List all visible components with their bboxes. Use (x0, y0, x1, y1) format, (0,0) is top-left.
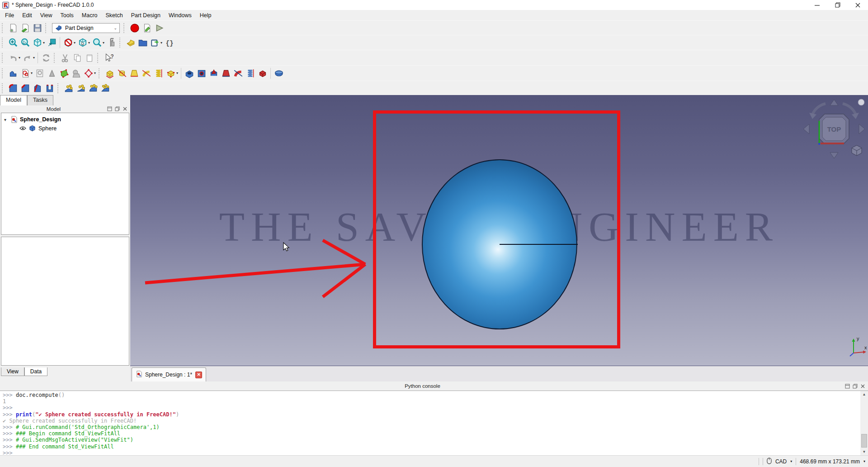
dock-icon[interactable] (107, 106, 112, 111)
chevron-down-icon[interactable]: ▾ (160, 41, 162, 45)
chevron-down-icon[interactable]: ▾ (103, 41, 104, 45)
chevron-down-icon[interactable]: ▾ (19, 56, 20, 60)
dock-icon[interactable] (845, 384, 850, 389)
toolbar-grip[interactable] (2, 68, 5, 78)
toolbar-button-pd-pad[interactable] (104, 67, 116, 80)
toolbar-button-pd-boolean[interactable] (273, 67, 285, 80)
toolbar-grip[interactable] (119, 38, 123, 48)
toolbar-button-pd-datum-point[interactable]: ▾ (82, 67, 97, 80)
toolbar-button-pd-pocket[interactable] (183, 67, 195, 80)
toolbar-button-edit-macro[interactable] (141, 22, 153, 34)
toolbar-button-pd-map-sketch[interactable] (33, 67, 46, 80)
toolbar-button-refresh[interactable] (40, 52, 52, 64)
nav-style-label[interactable]: CAD (775, 458, 787, 465)
chevron-down-icon[interactable]: ▾ (43, 41, 45, 45)
toolbar-button-pd-shapebinder[interactable] (58, 67, 70, 80)
scroll-up-icon[interactable]: ▲ (860, 391, 868, 398)
tab-view[interactable]: View (1, 367, 24, 376)
chevron-down-icon[interactable]: ▾ (88, 41, 90, 45)
visibility-eye-icon[interactable] (19, 125, 27, 132)
toolbar-button-view-select[interactable]: ▾ (76, 36, 91, 49)
restore-button[interactable] (827, 0, 848, 10)
toolbar-button-measure[interactable] (105, 36, 118, 49)
toolbar-button-pd-hole[interactable] (195, 67, 208, 80)
document-tab[interactable]: Sphere_Design : 1* ✕ (132, 367, 206, 381)
menu-item-sketch[interactable]: Sketch (102, 11, 127, 20)
menu-item-view[interactable]: View (36, 11, 57, 20)
toolbar-button-whats-this[interactable]: ? (102, 52, 114, 64)
tab-data[interactable]: Data (24, 367, 47, 376)
toolbar-grip[interactable] (97, 53, 101, 63)
toolbar-button-pd-mirror[interactable] (62, 82, 75, 95)
console-scrollbar[interactable]: ▲ ▼ (860, 391, 868, 455)
toolbar-button-macro-braces[interactable]: {} (163, 36, 175, 49)
toolbar-button-redo[interactable]: ▾ (21, 52, 36, 64)
toolbar-button-pd-polar-pattern[interactable] (87, 82, 99, 95)
toolbar-button-part[interactable] (124, 36, 137, 49)
toolbar-button-pd-thickness[interactable] (43, 82, 56, 95)
toolbar-button-pd-multitransform[interactable] (99, 82, 111, 95)
toolbar-button-zoom[interactable]: ▾ (91, 36, 105, 49)
toolbar-grip[interactable] (45, 23, 49, 33)
toolbar-grip[interactable] (2, 83, 5, 93)
toolbar-button-pd-sketch[interactable]: ▾ (19, 67, 33, 80)
toolbar-button-view-isometric[interactable]: ▾ (31, 36, 46, 49)
menu-item-file[interactable]: File (1, 11, 18, 20)
toolbar-button-zoom-fit[interactable] (7, 36, 19, 49)
chevron-down-icon[interactable]: ▾ (33, 56, 35, 60)
3d-viewport[interactable]: THE SAVVY ENGINEER (130, 95, 868, 366)
toolbar-button-pd-datum[interactable] (46, 67, 58, 80)
float-icon[interactable] (853, 384, 858, 389)
dimensions-chevron-icon[interactable]: ▾ (863, 459, 865, 463)
toolbar-button-pd-sub-helix[interactable] (244, 67, 256, 80)
close-panel-icon[interactable] (860, 384, 865, 389)
toolbar-button-group-folder[interactable] (137, 36, 149, 49)
toolbar-button-pd-chamfer[interactable] (19, 82, 31, 95)
float-icon[interactable] (115, 106, 120, 111)
toolbar-button-pd-add-loft[interactable] (128, 67, 140, 80)
tree-item-document[interactable]: ▾ Sphere_Design (1, 115, 129, 124)
toolbar-grip[interactable] (99, 68, 102, 78)
menu-item-windows[interactable]: Windows (165, 11, 196, 20)
nav-style-chevron-icon[interactable]: ▾ (790, 459, 792, 463)
python-console-output[interactable]: >>> doc.recompute()1>>> >>> print("✔ Sph… (0, 391, 868, 455)
toolbar-button-pd-groove[interactable] (208, 67, 220, 80)
toolbar-button-pd-add-prim[interactable]: ▾ (165, 67, 179, 80)
toolbar-button-paste[interactable] (83, 52, 95, 64)
toolbar-button-copy[interactable] (71, 52, 83, 64)
toolbar-button-open-doc[interactable] (19, 22, 31, 34)
minimize-button[interactable] (807, 0, 827, 10)
toolbar-button-draw-style[interactable]: ▾ (62, 36, 76, 49)
chevron-down-icon[interactable]: ▾ (31, 71, 33, 75)
toolbar-button-export[interactable]: ▾ (149, 36, 163, 49)
document-tab-close-icon[interactable]: ✕ (195, 372, 202, 378)
workbench-selector[interactable]: Part Design⌄ (52, 23, 120, 33)
toolbar-button-zoom-selection[interactable] (19, 36, 31, 49)
toolbar-grip[interactable] (54, 53, 57, 63)
tab-tasks[interactable]: Tasks (27, 95, 53, 105)
toolbar-button-pd-body[interactable] (7, 67, 19, 80)
expander-icon[interactable]: ▾ (4, 117, 10, 122)
navigation-cube[interactable]: TOP (800, 96, 868, 164)
toolbar-button-run-macro[interactable] (153, 22, 165, 34)
toolbar-grip[interactable] (2, 23, 5, 33)
toolbar-button-pd-draft[interactable] (31, 82, 43, 95)
chevron-down-icon[interactable]: ▾ (74, 41, 75, 45)
navcube-mini-cube[interactable] (852, 145, 862, 156)
toolbar-button-record-macro[interactable] (128, 22, 141, 34)
menu-item-part-design[interactable]: Part Design (127, 11, 165, 20)
toolbar-grip[interactable] (57, 83, 61, 93)
chevron-down-icon[interactable]: ▾ (94, 71, 96, 75)
toolbar-button-pd-fillet[interactable] (7, 82, 19, 95)
toolbar-button-pd-add-pipe[interactable] (140, 67, 152, 80)
toolbar-button-pd-revolution[interactable] (116, 67, 128, 80)
menu-item-tools[interactable]: Tools (57, 11, 78, 20)
scrollbar-thumb[interactable] (861, 434, 867, 448)
menu-item-edit[interactable]: Edit (18, 11, 36, 20)
scroll-down-icon[interactable]: ▼ (860, 448, 868, 455)
tree-item-sphere[interactable]: Sphere (1, 124, 129, 133)
close-panel-icon[interactable] (123, 106, 127, 111)
toolbar-button-pd-sub-pipe[interactable] (232, 67, 244, 80)
toolbar-button-pd-linear-pattern[interactable] (75, 82, 87, 95)
menu-item-help[interactable]: Help (196, 11, 216, 20)
